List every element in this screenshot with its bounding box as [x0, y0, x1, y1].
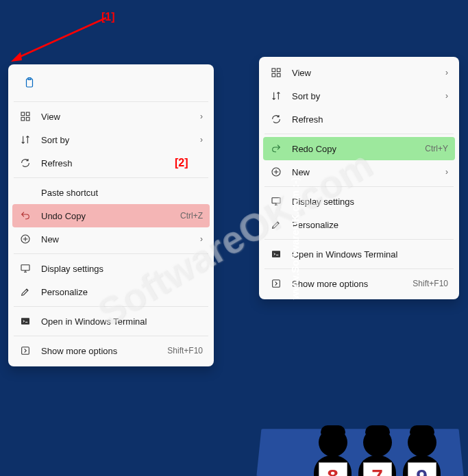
menu-item-label: Open in Windows Terminal [41, 316, 203, 327]
menu-item-label: Paste shortcut [41, 188, 203, 198]
menu-item-personalize[interactable]: Personalize [12, 280, 210, 303]
menu-item-label: Sort by [41, 135, 195, 145]
menu-item-label: Show more options [41, 346, 167, 356]
score-card: 8 [319, 462, 347, 476]
svg-rect-17 [272, 198, 280, 203]
menu-item-shortcut: Ctrl+Y [425, 144, 448, 153]
menu-item-shortcut: Ctrl+Z [180, 211, 203, 221]
menu-separator [14, 101, 208, 102]
menu-separator [14, 306, 208, 307]
svg-rect-11 [22, 347, 29, 355]
view-icon [19, 110, 32, 123]
new-icon [270, 166, 282, 178]
menu-item-label: Show more options [292, 279, 412, 289]
refresh-icon [270, 113, 282, 125]
display-icon [19, 262, 32, 275]
menu-item-label: New [292, 167, 440, 177]
menu-item-label: Sort by [292, 91, 440, 101]
menu-item-undo-copy[interactable]: Undo Copy Ctrl+Z [12, 204, 210, 227]
menu-separator [264, 134, 454, 134]
paste-toolbar-button[interactable] [18, 71, 41, 95]
personalize-icon [19, 286, 32, 298]
judge-figure: 8 [314, 428, 352, 476]
annotation-label-2: [2] [175, 157, 188, 169]
menu-item-label: Personalize [292, 220, 448, 230]
menu-separator [264, 239, 454, 240]
menu-item-personalize[interactable]: Personalize [263, 213, 455, 236]
menu-item-sort-by[interactable]: Sort by › [12, 128, 210, 151]
menu-separator [14, 336, 208, 336]
annotation-arrow [7, 12, 110, 67]
svg-marker-1 [11, 52, 22, 62]
menu-separator [264, 186, 454, 187]
menu-item-label: Open in Windows Terminal [292, 249, 448, 260]
chevron-right-icon: › [445, 91, 448, 101]
context-menu-right: View › Sort by › Refresh Redo Copy Ctrl+… [259, 57, 459, 299]
terminal-icon [270, 248, 282, 260]
chevron-right-icon: › [200, 135, 203, 145]
chevron-right-icon: › [445, 68, 448, 77]
menu-item-show-more[interactable]: Show more options Shift+F10 [12, 339, 210, 362]
new-icon [19, 233, 32, 245]
score-card: 9 [408, 462, 436, 476]
menu-item-view[interactable]: View › [12, 105, 210, 128]
context-menu-toolbar [12, 68, 210, 99]
menu-item-view[interactable]: View › [263, 61, 455, 84]
chevron-right-icon: › [445, 167, 448, 177]
personalize-icon [270, 218, 282, 231]
svg-rect-10 [21, 318, 29, 324]
svg-rect-7 [26, 117, 29, 121]
sort-icon [270, 90, 282, 102]
menu-item-label: Display settings [41, 264, 203, 274]
display-icon [270, 195, 282, 208]
svg-rect-9 [21, 265, 29, 271]
terminal-icon [19, 315, 32, 327]
menu-item-label: Refresh [292, 114, 448, 125]
menu-item-label: Redo Copy [292, 144, 425, 154]
menu-separator [264, 268, 454, 269]
judges-panel: 8 7 9 [310, 428, 444, 476]
svg-rect-6 [21, 117, 25, 121]
menu-item-display-settings[interactable]: Display settings [12, 257, 210, 280]
menu-item-paste-shortcut[interactable]: Paste shortcut [12, 181, 210, 204]
undo-icon [19, 210, 32, 222]
menu-item-refresh[interactable]: Refresh [263, 108, 455, 131]
show-more-icon [270, 277, 282, 290]
menu-item-new[interactable]: New › [263, 160, 455, 184]
svg-rect-13 [277, 68, 280, 72]
menu-item-terminal[interactable]: Open in Windows Terminal [12, 310, 210, 333]
svg-line-0 [15, 18, 106, 59]
redo-icon [270, 142, 282, 155]
menu-item-label: Undo Copy [41, 211, 180, 221]
sort-icon [19, 134, 32, 146]
menu-item-label: New [41, 234, 195, 245]
svg-rect-12 [272, 68, 275, 72]
menu-item-display-settings[interactable]: Display settings [263, 190, 455, 213]
judge-figure: 9 [403, 428, 441, 476]
menu-item-shortcut: Shift+F10 [167, 346, 203, 355]
judge-figure: 7 [358, 428, 396, 476]
menu-item-label: Display settings [292, 197, 448, 207]
svg-rect-18 [272, 251, 280, 257]
annotation-label-1: [1] [101, 11, 115, 23]
menu-item-redo-copy[interactable]: Redo Copy Ctrl+Y [263, 137, 455, 160]
view-icon [270, 66, 282, 79]
menu-item-show-more[interactable]: Show more options Shift+F10 [263, 272, 455, 295]
svg-rect-14 [272, 73, 275, 77]
paste-icon [23, 77, 36, 89]
refresh-icon [19, 157, 32, 169]
svg-rect-5 [26, 112, 29, 116]
menu-item-label: View [292, 68, 440, 78]
menu-item-shortcut: Shift+F10 [412, 279, 448, 288]
menu-item-label: Personalize [41, 287, 203, 297]
menu-item-new[interactable]: New › [12, 227, 210, 251]
show-more-icon [19, 345, 32, 357]
menu-separator [14, 253, 208, 254]
menu-item-sort-by[interactable]: Sort by › [263, 84, 455, 108]
menu-item-label: View [41, 112, 195, 122]
menu-separator [14, 177, 208, 178]
menu-item-terminal[interactable]: Open in Windows Terminal [263, 242, 455, 266]
chevron-right-icon: › [200, 112, 203, 121]
svg-rect-19 [273, 280, 280, 288]
chevron-right-icon: › [200, 234, 203, 244]
